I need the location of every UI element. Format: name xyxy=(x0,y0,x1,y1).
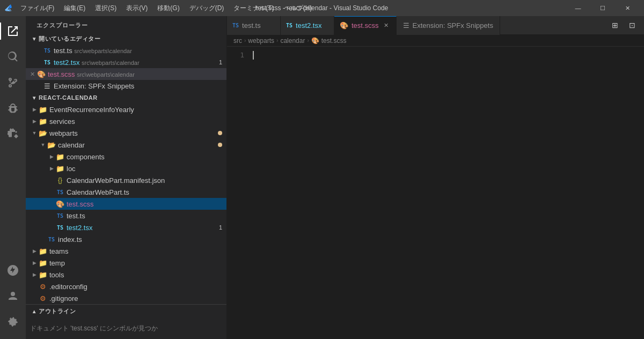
config-icon: ⚙ xyxy=(39,282,47,291)
tree-label-temp: temp xyxy=(49,259,226,267)
tab-extension[interactable]: ☰ Extension: SPFx Snippets xyxy=(397,16,500,35)
tab-test-scss[interactable]: 🎨 test.scss ✕ xyxy=(334,16,397,35)
tree-label-components: components xyxy=(67,153,226,161)
tab-close-button[interactable]: ✕ xyxy=(382,21,391,30)
tree-item-eventrecurrence[interactable]: ▶ 📁 EventRecurrenceInfoYearly xyxy=(26,104,226,115)
maximize-button[interactable]: ☐ xyxy=(590,0,615,16)
editor-content[interactable]: 1 xyxy=(227,47,644,339)
folder-icon: 📁 xyxy=(39,105,47,114)
open-editor-test2-tsx[interactable]: TS test2.tsx src\webparts\calendar 1 xyxy=(26,56,226,68)
ext-icon: ☰ xyxy=(403,21,409,30)
tree-label-teams: teams xyxy=(49,247,226,255)
tree-label-services: services xyxy=(49,117,226,126)
tree-item-components[interactable]: ▶ 📁 components xyxy=(26,151,226,163)
close-button[interactable]: ✕ xyxy=(615,0,640,16)
activity-search[interactable] xyxy=(0,44,26,70)
open-editor-test-ts[interactable]: TS test.ts src\webparts\calendar xyxy=(26,45,226,56)
breadcrumb-file[interactable]: 🎨 test.scss xyxy=(311,37,347,45)
menu-file[interactable]: ファイル(F) xyxy=(16,3,58,14)
git-icon: ⚙ xyxy=(39,294,47,303)
tree-item-loc[interactable]: ▶ 📁 loc xyxy=(26,163,226,174)
tree-item-index-ts[interactable]: TS index.ts xyxy=(26,233,226,245)
tab-test2-tsx[interactable]: TS test2.tsx xyxy=(281,16,334,35)
tree-label-index-ts: index.ts xyxy=(58,235,226,244)
breadcrumb-sep: › xyxy=(276,38,278,43)
breadcrumb-calendar[interactable]: calendar xyxy=(280,37,305,45)
activity-extensions[interactable] xyxy=(0,121,26,147)
tree-label: EventRecurrenceInfoYearly xyxy=(49,106,226,114)
tree-item-calendarwebpart-ts[interactable]: TS CalendarWebPart.ts xyxy=(26,186,226,198)
activity-debug[interactable] xyxy=(0,95,26,121)
open-editors-list: TS test.ts src\webparts\calendar TS test… xyxy=(26,45,226,92)
menu-select[interactable]: 選択(S) xyxy=(91,3,121,14)
breadcrumb-webparts[interactable]: webparts xyxy=(248,37,274,45)
breadcrumb-label: src xyxy=(233,37,242,45)
outline-panel: ▲ アウトライン ドキュメント 'test.scss' にシンボルが見つか xyxy=(26,304,226,339)
ts-icon: TS xyxy=(56,211,64,220)
activity-bar xyxy=(0,16,26,339)
tree-item-webparts[interactable]: ▼ 📂 webparts xyxy=(26,127,226,139)
menu-debug[interactable]: デバッグ(D) xyxy=(185,3,229,14)
open-editor-extension[interactable]: ☰ Extension: SPFx Snippets xyxy=(26,80,226,92)
outline-header[interactable]: ▲ アウトライン xyxy=(26,305,226,318)
breadcrumb-src[interactable]: src xyxy=(233,37,242,45)
ts-icon: TS xyxy=(47,235,56,244)
app-logo xyxy=(4,4,13,12)
activity-explorer[interactable] xyxy=(0,18,26,44)
ts-icon: TS xyxy=(56,188,64,196)
folder-arrow: ▶ xyxy=(30,117,39,126)
tree-item-editorconfig[interactable]: ⚙ .editorconfig xyxy=(26,281,226,292)
close-icon[interactable]: ✕ xyxy=(30,71,35,78)
tree-item-services[interactable]: ▶ 📁 services xyxy=(26,115,226,127)
open-editor-test-scss[interactable]: ✕ 🎨 test.scss src\webparts\calendar xyxy=(26,68,226,80)
tree-label-webparts: webparts xyxy=(49,129,218,137)
badge-count: 1 xyxy=(219,59,222,65)
sidebar-content[interactable]: ▼ 開いているエディター TS test.ts src\webparts\cal… xyxy=(26,33,226,304)
outline-content: ドキュメント 'test.scss' にシンボルが見つか xyxy=(26,318,226,339)
folder-arrow: ▶ xyxy=(47,164,56,173)
tree-item-tools[interactable]: ▶ 📁 tools xyxy=(26,269,226,281)
sidebar: エクスプローラー ▼ 開いているエディター TS test.ts src\web… xyxy=(26,16,227,339)
scss-icon: 🎨 xyxy=(56,200,64,208)
tree-label-manifest: CalendarWebPart.manifest.json xyxy=(67,176,226,185)
open-editors-arrow: ▼ xyxy=(30,34,39,43)
menu-edit[interactable]: 編集(E) xyxy=(60,3,90,14)
open-editors-header[interactable]: ▼ 開いているエディター xyxy=(26,33,226,45)
ts-icon: TS xyxy=(43,46,52,55)
split-editor-button[interactable]: ⊞ xyxy=(608,18,623,33)
tsx-icon: TS xyxy=(286,23,292,28)
tab-label: test.ts xyxy=(242,21,261,30)
activity-source-control[interactable] xyxy=(0,70,26,95)
text-cursor xyxy=(253,51,254,60)
tab-label: test.scss xyxy=(352,21,379,30)
tab-label: Extension: SPFx Snippets xyxy=(413,21,493,30)
minimize-button[interactable]: — xyxy=(566,0,590,16)
menu-view[interactable]: 表示(V) xyxy=(122,3,152,14)
scss-icon: 🎨 xyxy=(37,70,46,78)
window-controls: — ☐ ✕ xyxy=(566,0,640,16)
project-header[interactable]: ▼ REACT-CALENDAR xyxy=(26,92,226,104)
activity-remote[interactable] xyxy=(0,257,26,283)
tree-item-gitignore[interactable]: ⚙ .gitignore xyxy=(26,292,226,304)
tab-test-ts[interactable]: TS test.ts xyxy=(227,16,281,35)
ts-icon: TS xyxy=(232,23,239,28)
tree-item-test2-tsx[interactable]: TS test2.tsx 1 xyxy=(26,222,226,233)
outline-message: ドキュメント 'test.scss' にシンボルが見つか xyxy=(30,324,158,333)
tree-item-test-ts[interactable]: TS test.ts xyxy=(26,210,226,222)
menu-go[interactable]: 移動(G) xyxy=(153,3,184,14)
activity-account[interactable] xyxy=(0,283,26,309)
project-arrow: ▼ xyxy=(30,93,39,102)
breadcrumb-sep: › xyxy=(307,38,309,43)
layout-button[interactable]: ⊡ xyxy=(625,18,640,33)
code-area[interactable] xyxy=(248,47,644,339)
tree-item-test-scss[interactable]: 🎨 test.scss xyxy=(26,198,226,210)
folder-icon: 📁 xyxy=(56,164,64,173)
tree-item-temp[interactable]: ▶ 📁 temp xyxy=(26,257,226,269)
window-title: test.scss - react-calendar - Visual Stud… xyxy=(256,4,389,12)
main-layout: エクスプローラー ▼ 開いているエディター TS test.ts src\web… xyxy=(0,16,644,339)
ext-icon: ☰ xyxy=(43,82,52,90)
activity-settings[interactable] xyxy=(0,309,26,335)
tree-item-teams[interactable]: ▶ 📁 teams xyxy=(26,245,226,257)
tree-item-calendar[interactable]: ▼ 📂 calendar xyxy=(26,139,226,151)
tree-item-manifest[interactable]: {} CalendarWebPart.manifest.json xyxy=(26,174,226,186)
